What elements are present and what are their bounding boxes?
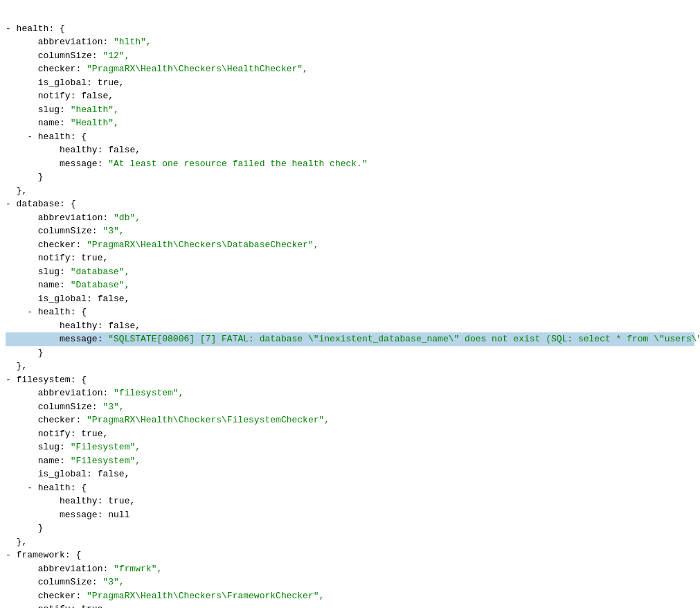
code-line: message: null bbox=[6, 508, 694, 522]
code-line: - database: { bbox=[6, 197, 694, 211]
code-line: checker: "PragmaRX\Health\Checkers\Files… bbox=[6, 413, 694, 427]
code-line: healthy: false, bbox=[6, 319, 694, 333]
code-line: abbreviation: "db", bbox=[6, 211, 694, 225]
code-line: notify: true, bbox=[6, 427, 694, 441]
code-line: healthy: true, bbox=[6, 494, 694, 508]
code-line: is_global: false, bbox=[6, 467, 694, 481]
code-block: - health: { abbreviation: "hlth", column… bbox=[0, 6, 700, 608]
code-line: slug: "database", bbox=[6, 265, 694, 279]
code-line: notify: false, bbox=[6, 89, 694, 103]
code-line: message: "SQLSTATE[08006] [7] FATAL: dat… bbox=[6, 332, 694, 346]
code-line: checker: "PragmaRX\Health\Checkers\Healt… bbox=[6, 62, 694, 76]
code-line: - health: { bbox=[6, 22, 694, 36]
code-line: notify: true, bbox=[6, 251, 694, 265]
code-line: abbreviation: "hlth", bbox=[6, 35, 694, 49]
code-line: checker: "PragmaRX\Health\Checkers\Datab… bbox=[6, 238, 694, 252]
code-line: columnSize: "12", bbox=[6, 49, 694, 63]
code-line: name: "Health", bbox=[6, 116, 694, 130]
code-line: columnSize: "3", bbox=[6, 575, 694, 589]
code-line: is_global: true, bbox=[6, 76, 694, 90]
code-line: }, bbox=[6, 359, 694, 373]
code-line: abbreviation: "frmwrk", bbox=[6, 562, 694, 576]
code-line: - health: { bbox=[6, 305, 694, 319]
code-line: name: "Database", bbox=[6, 278, 694, 292]
code-line: message: "At least one resource failed t… bbox=[6, 157, 694, 171]
code-line: }, bbox=[6, 535, 694, 549]
code-line: - health: { bbox=[6, 481, 694, 495]
code-line: checker: "PragmaRX\Health\Checkers\Frame… bbox=[6, 589, 694, 603]
code-line: } bbox=[6, 521, 694, 535]
code-line: abbreviation: "filesystem", bbox=[6, 386, 694, 400]
code-line: - filesystem: { bbox=[6, 373, 694, 387]
code-line: name: "Filesystem", bbox=[6, 454, 694, 468]
code-line: } bbox=[6, 170, 694, 184]
code-line: healthy: false, bbox=[6, 143, 694, 157]
code-line: notify: true, bbox=[6, 602, 694, 608]
code-line: columnSize: "3", bbox=[6, 224, 694, 238]
code-line: - health: { bbox=[6, 130, 694, 144]
code-line: is_global: false, bbox=[6, 292, 694, 306]
code-line: slug: "health", bbox=[6, 103, 694, 117]
code-line: slug: "Filesystem", bbox=[6, 440, 694, 454]
code-line: } bbox=[6, 346, 694, 360]
code-line: - framework: { bbox=[6, 548, 694, 562]
code-line: }, bbox=[6, 184, 694, 198]
code-line: columnSize: "3", bbox=[6, 400, 694, 414]
